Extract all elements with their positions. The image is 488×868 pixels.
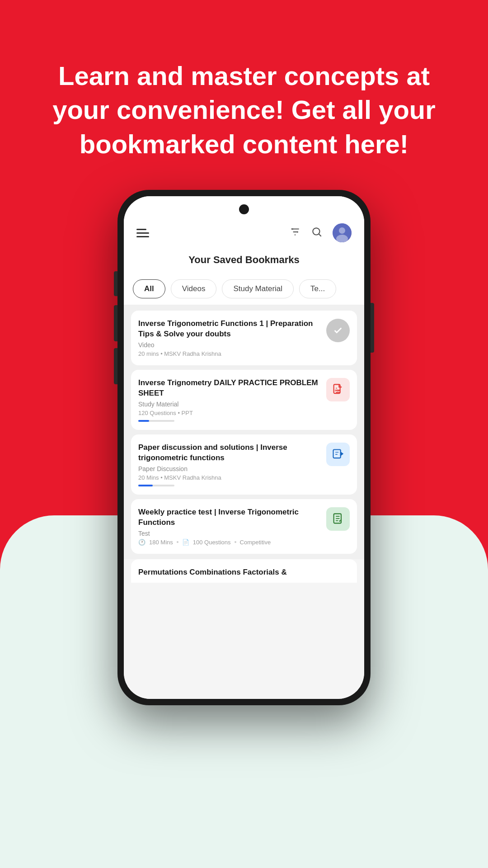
card-icon-check-1: [326, 319, 350, 342]
progress-bar-3: [138, 485, 174, 486]
search-icon[interactable]: [311, 226, 323, 240]
questions-icon: 📄: [182, 539, 189, 546]
phone-mockup: Your Saved Bookmarks All Videos Study Ma…: [117, 190, 371, 832]
partial-card-bottom[interactable]: Permutations Combinations Factorials &: [131, 559, 357, 583]
svg-line-6: [319, 234, 321, 236]
tab-all[interactable]: All: [133, 279, 165, 298]
svg-point-4: [297, 231, 298, 232]
card-title-2: Inverse Trignometry DAILY PRACTICE PROBL…: [138, 378, 321, 399]
card-icon-pdf-2: PDF: [326, 378, 350, 401]
hero-title: Learn and master concepts at your conven…: [36, 59, 452, 161]
card-text-4: Weekly practice test | Inverse Trigonome…: [138, 507, 321, 546]
volume-silent-button: [114, 271, 117, 296]
page-title-bar: Your Saved Bookmarks: [124, 250, 364, 273]
hamburger-menu-icon[interactable]: [136, 229, 149, 237]
app-screen: Your Saved Bookmarks All Videos Study Ma…: [124, 196, 364, 699]
progress-bar-2: [138, 420, 174, 422]
card-meta-4: 🕐 180 Mins 📄 100 Questions Competitive: [138, 539, 321, 546]
svg-point-3: [292, 228, 293, 230]
card-title-4: Weekly practice test | Inverse Trigonome…: [138, 507, 321, 528]
volume-down-button: [114, 348, 117, 384]
tab-videos[interactable]: Videos: [171, 279, 217, 298]
tab-test[interactable]: Te...: [299, 279, 336, 298]
card-title-1: Inverse Trigonometric Functions 1 | Prep…: [138, 319, 321, 340]
card-icon-video-doc-3: [326, 443, 350, 466]
card-type-1: Video: [138, 341, 321, 349]
bookmark-card-1[interactable]: Inverse Trigonometric Functions 1 | Prep…: [131, 311, 357, 365]
svg-rect-12: [333, 449, 341, 458]
card-meta-1: 20 mins • MSKV Radha Krishna: [138, 350, 321, 357]
svg-point-5: [313, 228, 319, 235]
card-type-4: Test: [138, 530, 321, 537]
svg-point-8: [339, 227, 345, 234]
bookmark-card-3[interactable]: Paper discussion and solutions | Inverse…: [131, 434, 357, 495]
card-text-2: Inverse Trignometry DAILY PRACTICE PROBL…: [138, 378, 321, 422]
power-button: [371, 303, 374, 353]
bookmark-card-2[interactable]: Inverse Trignometry DAILY PRACTICE PROBL…: [131, 370, 357, 430]
phone-outer-frame: Your Saved Bookmarks All Videos Study Ma…: [117, 190, 371, 705]
card-meta-3: 20 Mins • MSKV Radha Krishna: [138, 474, 321, 481]
camera-hole: [239, 204, 249, 214]
filter-icon[interactable]: [289, 226, 301, 240]
card-type-2: Study Material: [138, 401, 321, 408]
clock-icon: 🕐: [138, 539, 145, 546]
page-title: Your Saved Bookmarks: [124, 254, 364, 266]
top-bar-right-icons: [289, 223, 352, 242]
tab-study-material[interactable]: Study Material: [222, 279, 294, 298]
volume-up-button: [114, 305, 117, 341]
hero-section: Learn and master concepts at your conven…: [0, 59, 488, 161]
user-avatar[interactable]: [333, 223, 352, 242]
phone-screen: Your Saved Bookmarks All Videos Study Ma…: [124, 196, 364, 699]
card-type-3: Paper Discussion: [138, 465, 321, 472]
bookmarks-list: Inverse Trigonometric Functions 1 | Prep…: [124, 305, 364, 559]
filter-tabs-row: All Videos Study Material Te...: [124, 273, 364, 305]
bookmark-card-4[interactable]: Weekly practice test | Inverse Trigonome…: [131, 499, 357, 554]
partial-card-title: Permutations Combinations Factorials &: [138, 567, 350, 578]
card-meta-2: 120 Questions • PPT: [138, 410, 321, 416]
card-title-3: Paper discussion and solutions | Inverse…: [138, 443, 321, 463]
svg-text:PDF: PDF: [335, 389, 340, 392]
card-text-3: Paper discussion and solutions | Inverse…: [138, 443, 321, 486]
card-icon-test-4: [326, 507, 350, 531]
card-text-1: Inverse Trigonometric Functions 1 | Prep…: [138, 319, 321, 357]
